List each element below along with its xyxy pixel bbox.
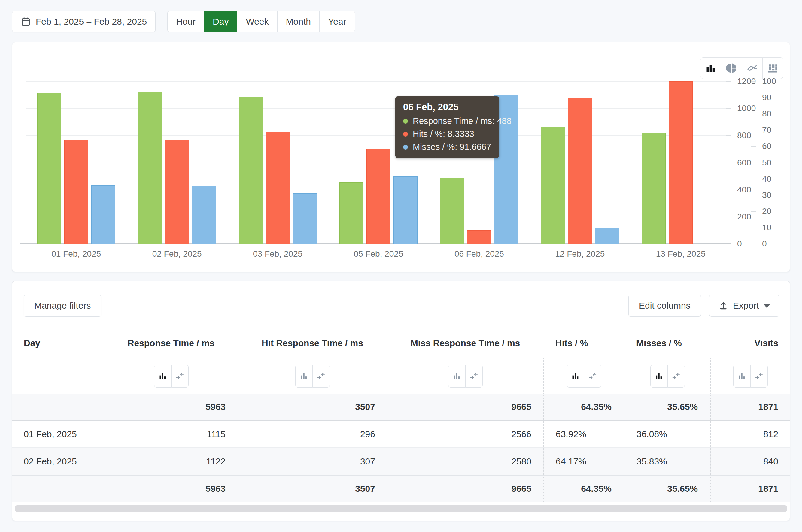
bar-response-01[interactable] bbox=[37, 93, 61, 244]
cell-visits: 1871 bbox=[710, 476, 790, 502]
axis-tick bbox=[751, 114, 756, 114]
bar-misses-03[interactable] bbox=[293, 193, 317, 244]
bar-misses-02[interactable] bbox=[192, 186, 216, 244]
bar-response-12[interactable] bbox=[541, 127, 565, 244]
tooltip-row: Response Time / ms: 488 bbox=[403, 116, 491, 126]
stacked-chart-button[interactable] bbox=[762, 57, 783, 79]
cell-misses-: 36.08% bbox=[624, 421, 710, 447]
bar-hits-03[interactable] bbox=[266, 132, 290, 244]
chart-type-toolbar bbox=[700, 57, 783, 79]
chart-card: 06 Feb, 2025 Response Time / ms: 488Hits… bbox=[12, 42, 790, 272]
cell-hit-response-time-ms: 3507 bbox=[238, 476, 387, 502]
cell-hits-: 64.35% bbox=[543, 394, 624, 420]
toggle-chart-button[interactable] bbox=[567, 365, 584, 387]
collapse-column-button[interactable] bbox=[584, 365, 601, 387]
stacked-chart-icon bbox=[767, 63, 778, 74]
axis-tick bbox=[726, 190, 731, 190]
cell-misses-: 35.65% bbox=[624, 394, 710, 420]
cell-visits: 840 bbox=[710, 448, 790, 475]
cell-miss-response-time-ms: 2566 bbox=[387, 421, 543, 447]
axis-tick bbox=[751, 81, 756, 82]
column-header-visits[interactable]: Visits bbox=[710, 328, 790, 358]
compress-arrows-icon bbox=[470, 372, 478, 380]
cell-hit-response-time-ms: 3507 bbox=[238, 394, 387, 420]
collapse-column-button[interactable] bbox=[171, 365, 189, 387]
bar-hits-01[interactable] bbox=[64, 140, 88, 244]
bar-hits-05[interactable] bbox=[367, 149, 391, 244]
cell-hit-response-time-ms: 307 bbox=[238, 448, 387, 475]
toggle-chart-button[interactable] bbox=[448, 365, 466, 387]
collapse-column-button[interactable] bbox=[668, 365, 685, 387]
collapse-column-button[interactable] bbox=[465, 365, 483, 387]
column-header-misses-[interactable]: Misses / % bbox=[624, 328, 710, 358]
axis-tick bbox=[751, 228, 756, 228]
bar-response-05[interactable] bbox=[339, 182, 363, 244]
tab-week[interactable]: Week bbox=[237, 11, 277, 32]
pie-chart-button[interactable] bbox=[721, 57, 742, 79]
data-table-card: Manage filters Edit columns Export DayRe… bbox=[12, 281, 790, 521]
bar-misses-12[interactable] bbox=[595, 228, 619, 244]
bar-response-02[interactable] bbox=[138, 92, 162, 244]
chevron-down-icon bbox=[764, 304, 770, 308]
tab-year[interactable]: Year bbox=[319, 11, 355, 32]
mini-bars-icon bbox=[655, 372, 663, 380]
mini-bars-icon bbox=[738, 372, 746, 380]
toggle-chart-button[interactable] bbox=[650, 365, 668, 387]
column-header-miss-response-time-ms[interactable]: Miss Response Time / ms bbox=[387, 328, 543, 358]
axis-tick-label: 10 bbox=[762, 223, 795, 232]
cell-response-time-ms: 5963 bbox=[105, 476, 238, 502]
table-row: 01 Feb, 20251115296256663.92%36.08%812 bbox=[12, 421, 790, 448]
line-chart-button[interactable] bbox=[742, 57, 763, 79]
cell-miss-response-time-ms: 9665 bbox=[387, 476, 543, 502]
date-range-picker[interactable]: Feb 1, 2025 – Feb 28, 2025 bbox=[12, 11, 155, 32]
table-header-row: DayResponse Time / msHit Response Time /… bbox=[12, 327, 790, 359]
mini-bars-icon bbox=[158, 372, 167, 380]
axis-tick bbox=[751, 179, 756, 179]
scrollbar-thumb[interactable] bbox=[15, 505, 787, 512]
column-header-response-time-ms[interactable]: Response Time / ms bbox=[105, 328, 238, 358]
bar-misses-05[interactable] bbox=[393, 176, 417, 244]
mini-bars-icon bbox=[300, 372, 308, 380]
bar-hits-06[interactable] bbox=[467, 230, 491, 244]
bar-hits-02[interactable] bbox=[165, 139, 189, 244]
axis-tick bbox=[751, 195, 756, 195]
column-controls-cell bbox=[543, 359, 624, 394]
bar-misses-01[interactable] bbox=[91, 185, 115, 244]
bar-chart-button[interactable] bbox=[700, 57, 721, 79]
edit-columns-button[interactable]: Edit columns bbox=[628, 294, 701, 317]
line-chart-icon bbox=[747, 63, 758, 74]
series-dot-icon bbox=[403, 119, 408, 124]
manage-filters-button[interactable]: Manage filters bbox=[24, 294, 101, 317]
compress-arrows-icon bbox=[755, 372, 763, 380]
bar-hits-13[interactable] bbox=[669, 81, 693, 244]
tab-month[interactable]: Month bbox=[277, 11, 320, 32]
cell-misses-: 35.65% bbox=[624, 476, 710, 502]
bar-response-06[interactable] bbox=[440, 178, 464, 244]
column-header-hits-[interactable]: Hits / % bbox=[543, 328, 624, 358]
series-dot-icon bbox=[403, 132, 408, 137]
column-toggle-pair bbox=[295, 365, 330, 387]
toggle-chart-button[interactable] bbox=[154, 365, 171, 387]
column-header-hit-response-time-ms[interactable]: Hit Response Time / ms bbox=[238, 328, 387, 358]
axis-tick bbox=[726, 81, 731, 82]
export-button[interactable]: Export bbox=[709, 294, 779, 317]
tab-day[interactable]: Day bbox=[204, 11, 237, 32]
collapse-column-button[interactable] bbox=[750, 365, 768, 387]
summary-row: 59633507966564.35%35.65%1871 bbox=[12, 394, 790, 421]
tab-hour[interactable]: Hour bbox=[167, 11, 204, 32]
toggle-chart-button[interactable] bbox=[295, 365, 313, 387]
axis-tick-label: 90 bbox=[762, 93, 795, 102]
collapse-column-button[interactable] bbox=[312, 365, 330, 387]
axis-tick-label: 30 bbox=[762, 191, 795, 200]
bar-response-13[interactable] bbox=[641, 133, 666, 244]
axis-tick bbox=[726, 108, 731, 109]
cell-hits-: 64.35% bbox=[543, 476, 624, 502]
bar-response-03[interactable] bbox=[239, 97, 263, 244]
calendar-icon bbox=[21, 17, 31, 27]
axis-tick bbox=[751, 146, 756, 147]
bar-hits-12[interactable] bbox=[568, 98, 592, 244]
toggle-chart-button[interactable] bbox=[733, 365, 751, 387]
gridline bbox=[26, 108, 731, 109]
column-header-day[interactable]: Day bbox=[12, 328, 105, 358]
axis-tick-label: 20 bbox=[762, 207, 795, 216]
